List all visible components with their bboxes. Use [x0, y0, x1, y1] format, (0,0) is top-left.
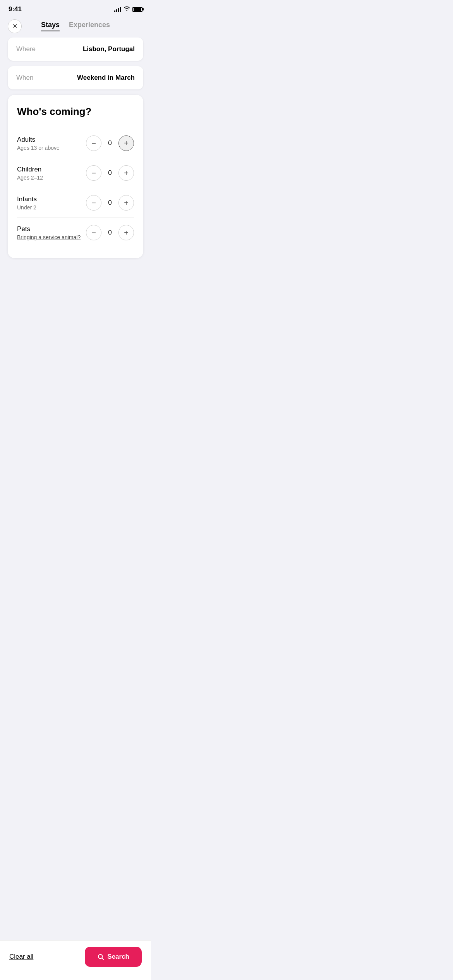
- adults-minus-button[interactable]: −: [86, 135, 101, 151]
- adults-label: Adults: [17, 136, 60, 144]
- infants-count: 0: [107, 199, 113, 207]
- where-card[interactable]: Where Lisbon, Portugal: [8, 38, 143, 61]
- infants-minus-button[interactable]: −: [86, 195, 101, 211]
- tab-experiences[interactable]: Experiences: [69, 21, 110, 31]
- when-value: Weekend in March: [77, 74, 135, 82]
- where-label: Where: [16, 45, 36, 53]
- search-cards: Where Lisbon, Portugal When Weekend in M…: [0, 38, 151, 89]
- whos-coming-title: Who's coming?: [17, 106, 134, 118]
- infants-age: Under 2: [17, 204, 37, 211]
- when-card[interactable]: When Weekend in March: [8, 66, 143, 89]
- children-stepper: − 0 +: [86, 165, 134, 181]
- tabs: Stays Experiences: [41, 21, 110, 31]
- pets-service-animal-link[interactable]: Bringing a service animal?: [17, 234, 81, 240]
- adults-age: Ages 13 or above: [17, 145, 60, 151]
- pets-count: 0: [107, 229, 113, 236]
- infants-label: Infants: [17, 195, 37, 203]
- signal-icon: [114, 7, 121, 12]
- where-value: Lisbon, Portugal: [83, 45, 135, 53]
- adults-info: Adults Ages 13 or above: [17, 136, 60, 151]
- infants-stepper: − 0 +: [86, 195, 134, 211]
- when-label: When: [16, 74, 33, 82]
- battery-icon: [132, 7, 142, 12]
- adults-plus-button[interactable]: +: [118, 135, 134, 151]
- infants-row: Infants Under 2 − 0 +: [17, 188, 134, 218]
- children-plus-button[interactable]: +: [118, 165, 134, 181]
- close-button[interactable]: ✕: [8, 19, 22, 33]
- pets-plus-button[interactable]: +: [118, 225, 134, 240]
- adults-stepper: − 0 +: [86, 135, 134, 151]
- children-row: Children Ages 2–12 − 0 +: [17, 158, 134, 188]
- infants-info: Infants Under 2: [17, 195, 37, 211]
- children-count: 0: [107, 169, 113, 177]
- pets-row: Pets Bringing a service animal? − 0 +: [17, 218, 134, 247]
- status-icons: [114, 6, 142, 12]
- pets-stepper: − 0 +: [86, 225, 134, 240]
- pets-info: Pets Bringing a service animal?: [17, 225, 81, 240]
- infants-plus-button[interactable]: +: [118, 195, 134, 211]
- children-age: Ages 2–12: [17, 175, 43, 181]
- tab-stays[interactable]: Stays: [41, 21, 60, 31]
- children-label: Children: [17, 166, 43, 173]
- status-bar: 9:41: [0, 0, 151, 16]
- pets-minus-button[interactable]: −: [86, 225, 101, 240]
- adults-count: 0: [107, 139, 113, 147]
- adults-row: Adults Ages 13 or above − 0 +: [17, 128, 134, 158]
- children-minus-button[interactable]: −: [86, 165, 101, 181]
- whos-coming-card: Who's coming? Adults Ages 13 or above − …: [8, 95, 143, 258]
- children-info: Children Ages 2–12: [17, 166, 43, 181]
- wifi-icon: [124, 6, 130, 12]
- status-time: 9:41: [9, 5, 22, 13]
- pets-label: Pets: [17, 225, 81, 233]
- header: ✕ Stays Experiences: [0, 16, 151, 38]
